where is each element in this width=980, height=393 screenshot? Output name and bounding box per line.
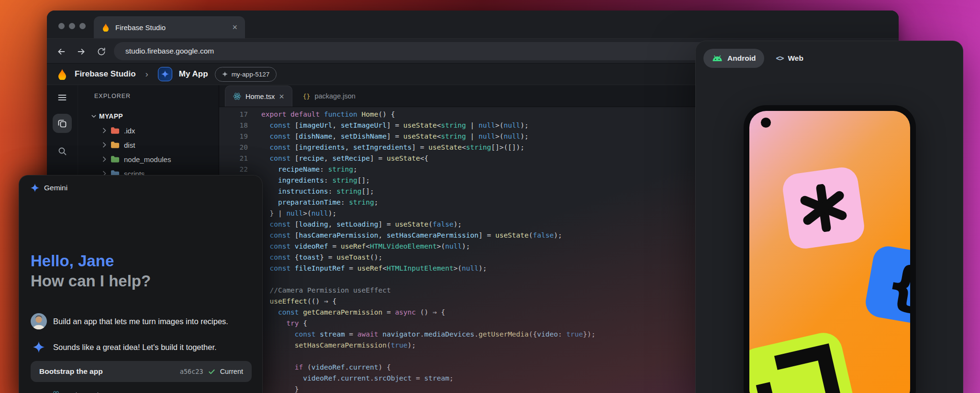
browser-tab-strip: Firebase Studio × xyxy=(47,11,899,38)
tab-close-icon[interactable]: × xyxy=(232,23,237,32)
browser-tab-title: Firebase Studio xyxy=(115,23,227,32)
window-control-dot[interactable] xyxy=(79,23,86,29)
line-number: 20 xyxy=(219,142,248,153)
gemini-greeting: Hello, Jane How can I help? xyxy=(31,251,151,291)
camera-punch-hole xyxy=(761,118,771,128)
tree-root-myapp[interactable]: MYAPP xyxy=(78,109,219,123)
task-status: Current xyxy=(220,368,243,375)
menu-icon[interactable] xyxy=(55,90,70,105)
toggle-web[interactable]: <> Web xyxy=(776,54,803,63)
reload-icon[interactable] xyxy=(96,46,107,57)
braces-icon: {} xyxy=(303,93,311,100)
file-change-row[interactable]: src/pages/Home.tsx +122 xyxy=(31,387,252,393)
tree-item-dist[interactable]: dist xyxy=(78,138,219,152)
brace-glyph: { xyxy=(886,258,910,312)
explorer-title: EXPLORER xyxy=(94,93,131,102)
assistant-message-text: Sounds like a great idea! Let's build it… xyxy=(53,343,217,352)
assistant-message: Sounds like a great idea! Let's build it… xyxy=(31,339,217,355)
tree-item-label: node_modules xyxy=(124,155,171,164)
greeting-primary: Hello, Jane xyxy=(31,251,151,271)
folder-icon xyxy=(111,127,120,134)
spark-icon xyxy=(222,71,228,77)
line-number: 22 xyxy=(219,164,248,175)
window-controls[interactable] xyxy=(58,23,86,29)
blue-tile: { xyxy=(863,244,910,327)
project-badge[interactable]: my-app-5127 xyxy=(215,67,277,82)
firebase-flame-icon xyxy=(56,68,68,80)
back-icon[interactable] xyxy=(56,46,67,57)
tab-home-tsx[interactable]: Home.tsx × xyxy=(225,86,292,107)
chevron-right-icon xyxy=(99,128,110,133)
toggle-android[interactable]: Android xyxy=(703,49,764,68)
task-title: Bootstrap the app xyxy=(39,367,175,376)
brackets-glyph xyxy=(749,329,861,393)
gemini-sparkle-icon xyxy=(31,184,39,192)
green-tile xyxy=(749,329,861,393)
browser-tab[interactable]: Firebase Studio × xyxy=(94,16,245,38)
window-control-dot[interactable] xyxy=(58,23,65,29)
diff-additions: +122 xyxy=(229,391,245,393)
code-icon: <> xyxy=(776,54,783,63)
app-icon xyxy=(158,67,172,81)
user-message-text: Build an app that lets me turn images in… xyxy=(53,317,228,326)
tree-root-label: MYAPP xyxy=(99,112,123,120)
url-text: studio.firebase.google.com xyxy=(125,47,214,55)
gemini-header: Gemini xyxy=(31,184,67,192)
gemini-sparkle-icon xyxy=(31,339,47,355)
toggle-web-label: Web xyxy=(788,54,803,63)
folder-icon xyxy=(111,155,120,163)
brand-title: Firebase Studio xyxy=(75,69,136,79)
breadcrumb-separator: › xyxy=(145,69,148,79)
user-message: Build an app that lets me turn images in… xyxy=(31,313,228,329)
file-path: src/pages/Home.tsx xyxy=(65,391,224,393)
app-name: My App xyxy=(179,69,208,79)
android-icon xyxy=(712,55,723,62)
search-icon[interactable] xyxy=(55,143,70,159)
asterisk-icon xyxy=(797,181,851,235)
line-number: 21 xyxy=(219,153,248,164)
chevron-right-icon xyxy=(99,156,110,162)
chevron-right-icon xyxy=(99,142,110,148)
folder-icon xyxy=(111,141,120,149)
commit-hash: a56c23 xyxy=(180,368,203,375)
line-number: 18 xyxy=(219,120,248,131)
tree-item-label: dist xyxy=(124,141,135,149)
phone-screen: { xyxy=(749,111,910,393)
task-card[interactable]: Bootstrap the app a56c23 Current xyxy=(31,361,252,382)
user-avatar xyxy=(31,313,47,329)
line-number: 19 xyxy=(219,131,248,142)
project-id: my-app-5127 xyxy=(232,71,270,78)
screenshot-canvas: Firebase Studio × studio.firebase.google… xyxy=(0,0,980,393)
toggle-android-label: Android xyxy=(727,54,756,63)
device-preview-panel: Android <> Web xyxy=(695,41,963,393)
preview-target-toggles: Android <> Web xyxy=(703,49,803,68)
tab-label: Home.tsx xyxy=(245,93,275,100)
forward-icon[interactable] xyxy=(76,46,87,57)
check-icon xyxy=(208,368,215,375)
chevron-down-icon xyxy=(89,114,99,119)
window-control-dot[interactable] xyxy=(69,23,75,29)
tab-package-json[interactable]: {} package.json xyxy=(295,86,363,107)
tree-item-node-modules[interactable]: node_modules xyxy=(78,152,219,166)
greeting-secondary: How can I help? xyxy=(31,271,151,291)
firebase-flame-icon xyxy=(101,23,110,32)
gemini-panel: Gemini Hello, Jane How can I help? Build… xyxy=(19,175,263,393)
phone-mockup: { xyxy=(744,105,916,393)
tree-item-label: .idx xyxy=(124,127,135,135)
tab-close-icon[interactable]: × xyxy=(279,92,284,101)
tab-label: package.json xyxy=(314,92,355,100)
files-icon[interactable] xyxy=(53,114,72,133)
pink-tile xyxy=(781,165,866,251)
line-number: 17 xyxy=(219,109,248,120)
react-icon xyxy=(233,92,241,100)
react-icon xyxy=(52,391,60,393)
tree-item-idx[interactable]: .idx xyxy=(78,123,219,138)
gemini-title: Gemini xyxy=(44,184,67,192)
